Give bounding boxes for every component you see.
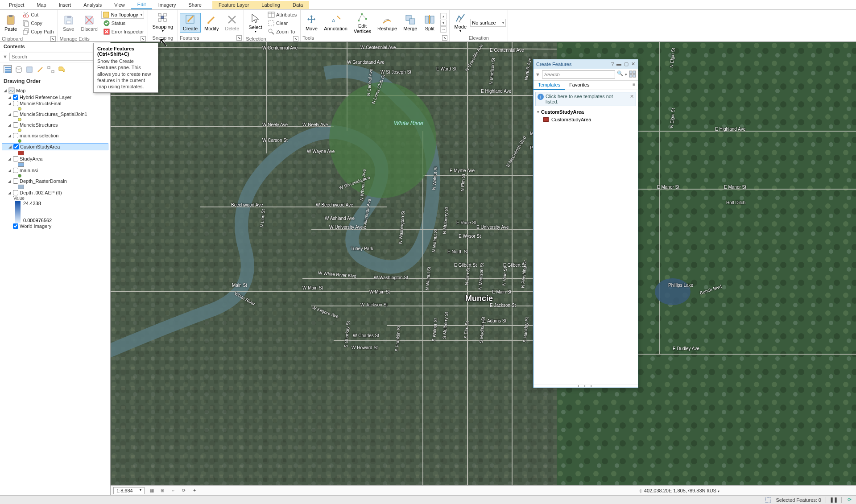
elevation-mode-button[interactable]: ZMode▾ [451,12,469,34]
contents-search-input[interactable] [9,53,99,61]
sb-grid-icon[interactable]: ▦ [148,487,155,494]
cf-tab-templates[interactable]: Templates [533,81,565,90]
pause-drawing-icon[interactable]: ❚❚ [831,497,837,503]
scale-input[interactable]: 1:8,684▾ [113,487,145,494]
layer-row[interactable]: ◢Hybrid Reference Layer [2,94,108,100]
select-button[interactable]: Select▾ [246,12,265,35]
layer-row[interactable]: ◢main.nsi [2,167,108,174]
layer-row[interactable]: ◢main.nsi selection [2,132,108,139]
layer-checkbox[interactable] [13,178,18,184]
cut-button[interactable]: Cut [21,11,55,19]
cf-search-icon[interactable]: 🔍 [617,70,623,78]
save-edits-button[interactable]: Save [60,14,78,33]
create-features-button[interactable]: Create [180,13,201,33]
tab-edit[interactable]: Edit [131,0,152,9]
manage-launcher-icon[interactable]: ⬊ [141,36,146,41]
tab-labeling[interactable]: Labeling [255,1,286,9]
tools-launcher-icon[interactable]: ⬊ [442,35,447,41]
sb-inference-icon[interactable]: ✦ [191,487,198,494]
clipboard-launcher-icon[interactable]: ⬊ [50,36,56,41]
attributes-button[interactable]: Attributes [266,11,298,19]
list-by-labeling-icon[interactable] [57,65,65,73]
sb-correction-icon[interactable]: ⟳ [180,487,187,494]
layer-checkbox[interactable] [13,156,18,161]
tab-view[interactable]: View [108,1,131,9]
cf-template-row[interactable]: CustomStudyArea [533,116,638,123]
layer-checkbox[interactable] [13,101,18,106]
modify-features-button[interactable]: Modify [202,13,221,32]
gallery-up-icon[interactable]: ▴ [440,13,447,19]
delete-features-button[interactable]: Delete [223,13,242,32]
reshape-tool-button[interactable]: Reshape [375,13,400,32]
tab-project[interactable]: Project [3,1,30,9]
tab-imagery[interactable]: Imagery [152,1,182,9]
list-by-editing-icon[interactable] [36,65,44,73]
discard-edits-button[interactable]: Discard [79,14,100,33]
tab-feature-layer[interactable]: Feature Layer [212,1,255,9]
layer-row[interactable]: ◢CustomStudyArea [2,143,108,150]
list-by-snapping-icon[interactable] [46,65,54,73]
zoom-to-button[interactable]: Zoom To [266,28,298,36]
clear-selection-button[interactable]: Clear [266,19,298,27]
features-launcher-icon[interactable]: ⬊ [236,35,242,41]
tab-insert[interactable]: Insert [53,1,78,9]
layer-row-world-imagery[interactable]: ◢World Imagery [2,223,108,229]
cf-manage-templates-icon[interactable] [629,70,636,78]
layer-row[interactable]: ◢Depth_RasterDomain [2,178,108,184]
move-tool-button[interactable]: Move [302,13,320,32]
layer-checkbox[interactable] [13,133,18,138]
split-tool-button[interactable]: Split [421,13,438,32]
annotation-tool-button[interactable]: AAnnotation [321,13,350,32]
map-view[interactable]: W Centennial AveW Centennial AveE Centen… [111,42,856,495]
layer-checkbox[interactable] [13,168,18,173]
cf-filter-icon[interactable]: ▼ [535,70,540,78]
layer-row[interactable]: ◢MuncieStructsFinal [2,100,108,107]
cf-header[interactable]: Create Features ? ▬ ▢ ✕ [533,59,638,69]
tab-map[interactable]: Map [30,1,52,9]
paste-button[interactable]: Paste [2,14,20,33]
layer-checkbox[interactable] [13,122,18,128]
layer-row-depth-002[interactable]: ◢Depth .002 AEP (ft) [2,190,108,196]
layer-checkbox[interactable] [13,223,18,229]
copy-button[interactable]: Copy [21,19,55,27]
gallery-down-icon[interactable]: ▾ [440,20,447,26]
cf-close-icon[interactable]: ✕ [631,61,635,67]
surface-combo[interactable]: No surface▾ [470,19,506,27]
refresh-icon[interactable]: ⟳ [846,497,852,503]
cf-autohide-icon[interactable]: ▬ [616,61,621,67]
layer-row[interactable]: ◢MuncieStructures [2,122,108,128]
gallery-expand-icon[interactable]: ⋯ [440,26,447,33]
cf-info-close-icon[interactable]: ✕ [630,94,634,99]
map-root[interactable]: ◢ Map [2,87,108,94]
copy-path-button[interactable]: Copy Path [21,28,55,36]
coordinates-readout[interactable]: ·|· 402,038.20E 1,805,789.83N ftUS ▾ [639,488,720,493]
cf-search-dropdown-icon[interactable]: ▾ [625,70,627,78]
cf-group-header[interactable]: ▾CustomStudyArea [533,108,638,116]
error-inspector-button[interactable]: Error Inspector [101,28,146,36]
cf-help-icon[interactable]: ? [611,61,614,67]
snapping-button[interactable]: Snapping▾ [150,12,176,34]
list-by-drawing-order-icon[interactable] [4,65,12,73]
layer-checkbox[interactable] [13,112,18,117]
merge-tool-button[interactable]: Merge [401,13,420,32]
layer-row[interactable]: ◢StudyArea [2,156,108,162]
cf-dock-icon[interactable]: ▢ [624,61,629,67]
sb-constraints-icon[interactable]: ↔ [170,487,177,494]
cf-info-bar[interactable]: i Click here to see templates not listed… [535,92,636,106]
layer-checkbox[interactable] [13,144,19,149]
edit-vertices-button[interactable]: Edit Vertices [351,11,374,35]
cf-tabs-menu-icon[interactable]: ≡ [630,81,638,90]
layer-row[interactable]: ◢MuncieStructures_SpatialJoin1 [2,111,108,117]
tab-data[interactable]: Data [286,1,309,9]
selection-launcher-icon[interactable]: ⬊ [293,36,298,41]
cf-tab-favorites[interactable]: Favorites [565,81,594,90]
list-by-source-icon[interactable] [14,65,22,73]
tab-share[interactable]: Share [182,1,208,9]
cf-search-input[interactable] [542,70,615,78]
layer-checkbox[interactable] [13,95,18,100]
tab-analysis[interactable]: Analysis [77,1,108,9]
sb-snap-icon[interactable]: ⊞ [159,487,166,494]
layer-checkbox[interactable] [13,190,18,195]
cf-resize-gripper[interactable]: • • • [533,384,638,388]
list-by-selection-icon[interactable] [25,65,33,73]
